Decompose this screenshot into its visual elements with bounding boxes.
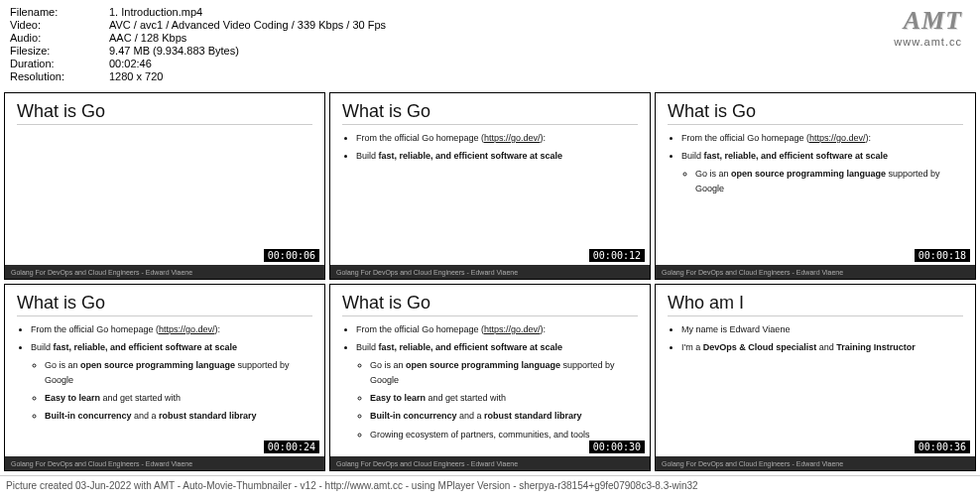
filename-value: 1. Introduction.mp4 (109, 6, 386, 18)
slide-title: What is Go (17, 293, 312, 314)
slide-content: My name is Edward Viaene I'm a DevOps & … (668, 322, 963, 356)
slide-content: From the official Go homepage (https://g… (17, 322, 312, 425)
slide-title: What is Go (668, 101, 963, 122)
duration-label: Duration: (10, 58, 109, 69)
logo-text: AMT (894, 6, 962, 36)
audio-value: AAC / 128 Kbps (109, 32, 386, 44)
video-value: AVC / avc1 / Advanced Video Coding / 339… (109, 19, 386, 31)
slide-footer: Golang For DevOps and Cloud Engineers - … (656, 456, 975, 470)
slide-content: From the official Go homepage (https://g… (342, 322, 638, 442)
slide-content: From the official Go homepage (https://g… (342, 131, 638, 165)
metadata-table: Filename: 1. Introduction.mp4 Video: AVC… (10, 6, 386, 82)
slide-footer: Golang For DevOps and Cloud Engineers - … (330, 456, 650, 470)
resolution-label: Resolution: (10, 70, 109, 82)
slide-title: What is Go (17, 101, 312, 122)
thumbnail-5: What is Go From the official Go homepage… (329, 284, 651, 471)
thumbnail-6: Who am I My name is Edward Viaene I'm a … (655, 284, 976, 471)
filesize-label: Filesize: (10, 45, 109, 57)
slide-divider (342, 124, 638, 125)
slide-divider (342, 315, 638, 316)
logo-block: AMT www.amt.cc (894, 6, 970, 48)
slide-divider (668, 124, 963, 125)
slide-footer: Golang For DevOps and Cloud Engineers - … (5, 456, 324, 470)
thumbnail-4: What is Go From the official Go homepage… (4, 284, 325, 471)
thumbnail-3: What is Go From the official Go homepage… (655, 92, 976, 280)
timestamp: 00:00:30 (588, 439, 646, 454)
slide-footer: Golang For DevOps and Cloud Engineers - … (330, 265, 650, 279)
resolution-value: 1280 x 720 (109, 70, 386, 82)
slide-divider (17, 315, 312, 316)
slide-title: What is Go (342, 293, 638, 314)
audio-label: Audio: (10, 32, 109, 44)
filename-label: Filename: (10, 6, 109, 18)
filesize-value: 9.47 MB (9.934.883 Bytes) (109, 45, 386, 57)
timestamp: 00:00:06 (263, 248, 320, 263)
timestamp: 00:00:12 (588, 248, 646, 263)
slide-footer: Golang For DevOps and Cloud Engineers - … (5, 265, 324, 279)
timestamp: 00:00:24 (263, 439, 320, 454)
duration-value: 00:02:46 (109, 58, 386, 69)
timestamp: 00:00:36 (914, 439, 971, 454)
slide-divider (668, 315, 963, 316)
video-label: Video: (10, 19, 109, 31)
slide-footer: Golang For DevOps and Cloud Engineers - … (656, 265, 975, 279)
timestamp: 00:00:18 (914, 248, 971, 263)
page-footer: Picture created 03-Jun-2022 with AMT - A… (0, 475, 980, 491)
slide-divider (17, 124, 312, 125)
thumbnail-2: What is Go From the official Go homepage… (329, 92, 651, 280)
logo-url: www.amt.cc (894, 36, 962, 48)
slide-content: From the official Go homepage (https://g… (668, 131, 963, 196)
thumbnail-grid: What is Go 00:00:06 Golang For DevOps an… (0, 88, 980, 475)
thumbnail-1: What is Go 00:00:06 Golang For DevOps an… (4, 92, 325, 280)
slide-title: Who am I (668, 293, 963, 314)
slide-title: What is Go (342, 101, 638, 122)
metadata-header: Filename: 1. Introduction.mp4 Video: AVC… (0, 0, 980, 88)
